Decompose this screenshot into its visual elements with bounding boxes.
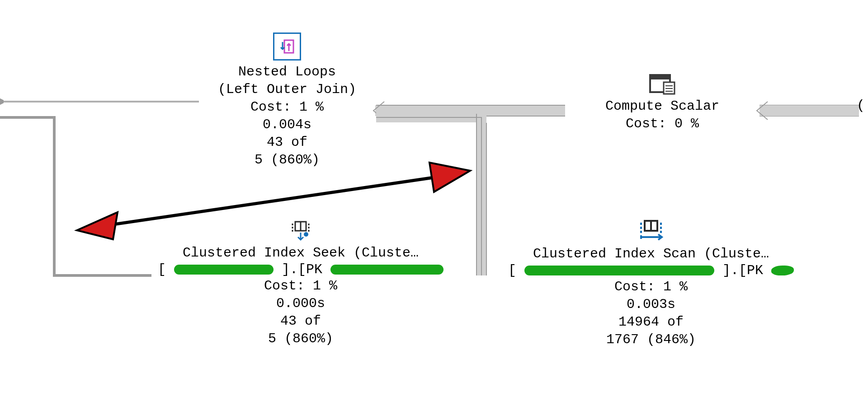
node-title: Compute Scalar [565, 98, 760, 115]
svg-line-25 [104, 176, 443, 226]
node-title: Nested Loops [199, 63, 375, 81]
nested-loops-icon [273, 33, 301, 61]
svg-marker-27 [429, 163, 470, 192]
node-subtitle: (Left Outer Join) [199, 81, 375, 98]
execution-plan-canvas: Nested Loops (Left Outer Join) Cost: 1 %… [0, 0, 868, 415]
node-rows-actual: 14964 of [493, 313, 809, 331]
node-cost: Cost: 1 % [493, 278, 809, 296]
plan-node-clustered-index-seek[interactable]: Clustered Index Seek (Cluste… [ ].[PK Co… [151, 219, 450, 348]
index-seek-icon [287, 219, 314, 242]
node-time: 0.000s [151, 295, 450, 312]
obj-prefix: [ [158, 262, 166, 277]
node-cost: Cost: 0 % [565, 115, 760, 133]
node-object: [ ].[PK [493, 263, 809, 278]
obj-mid: ].[PK [722, 263, 763, 278]
node-rows-est: 5 (860%) [199, 151, 375, 169]
node-time: 0.003s [493, 296, 809, 313]
plan-node-offscreen-right: ( [857, 97, 868, 115]
plan-node-clustered-index-scan[interactable]: Clustered Index Scan (Cluste… [ ].[PK Co… [493, 219, 809, 349]
paren-fragment: ( [857, 97, 868, 115]
obj-prefix: [ [508, 263, 516, 278]
node-rows-est: 1767 (846%) [493, 331, 809, 349]
redacted-index-name [771, 266, 794, 275]
node-rows-actual: 43 of [199, 134, 375, 151]
svg-rect-9 [650, 75, 670, 79]
redacted-table-name [524, 266, 714, 275]
compute-scalar-icon [648, 72, 676, 95]
node-rows-actual: 43 of [151, 312, 450, 330]
redacted-index-name [330, 265, 443, 275]
plan-node-compute-scalar[interactable]: Compute Scalar Cost: 0 % [565, 72, 760, 133]
node-title: Clustered Index Scan (Cluste… [493, 245, 809, 263]
obj-mid: ].[PK [282, 262, 322, 277]
svg-point-18 [304, 232, 308, 237]
node-cost: Cost: 1 % [199, 98, 375, 116]
plan-connectors [0, 0, 868, 415]
node-title: Clustered Index Seek (Cluste… [151, 244, 450, 262]
node-object: [ ].[PK [151, 262, 450, 277]
node-cost: Cost: 1 % [151, 277, 450, 295]
redacted-table-name [174, 265, 274, 275]
node-rows-est: 5 (860%) [151, 330, 450, 348]
plan-node-nested-loops[interactable]: Nested Loops (Left Outer Join) Cost: 1 %… [199, 33, 375, 169]
annotation-double-arrow [0, 0, 868, 415]
node-time: 0.004s [199, 116, 375, 134]
index-scan-icon [637, 219, 665, 242]
svg-marker-26 [77, 212, 118, 239]
